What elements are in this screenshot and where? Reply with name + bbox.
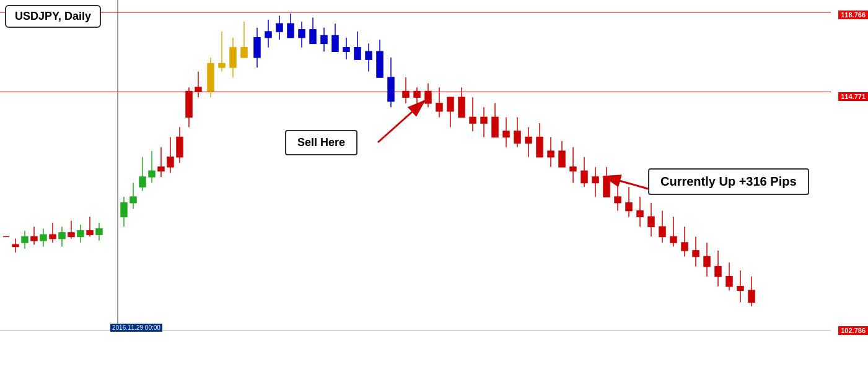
sell-here-annotation: Sell Here: [285, 130, 357, 155]
price-low-label: 102.786: [838, 326, 868, 335]
timestamp-label: 2016.11.29 00:00: [110, 324, 162, 332]
chart-container: 118.766 114.771 102.786 USDJPY, Daily Se…: [0, 0, 868, 380]
price-mid-label: 114.771: [838, 92, 868, 101]
currently-up-annotation: Currently Up +316 Pips: [648, 168, 809, 195]
price-high-label: 118.766: [838, 11, 868, 19]
chart-title: USDJPY, Daily: [5, 5, 101, 28]
